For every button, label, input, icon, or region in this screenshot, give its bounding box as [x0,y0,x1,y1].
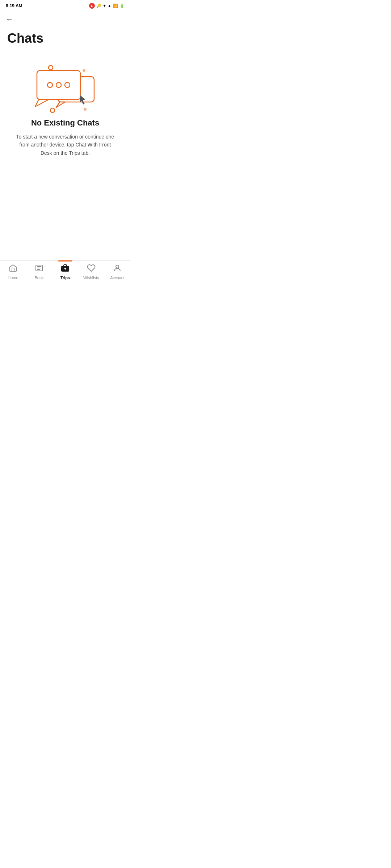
wifi-icon: 📶 [113,4,118,8]
empty-state-title: No Existing Chats [31,118,99,128]
svg-rect-9 [37,71,80,99]
svg-point-0 [49,65,53,70]
wishlists-label: Wishlists [83,276,99,280]
trips-icon [61,264,70,275]
back-button[interactable]: ← [6,14,16,25]
signal-icon: ▲ [108,4,112,8]
page-title: Chats [7,31,123,46]
home-label: Home [8,276,18,280]
status-icons: ▶ 🔑 ✦ ▲ 📶 🔋 [89,3,125,9]
svg-point-21 [116,265,119,268]
book-icon [35,264,43,275]
empty-state-description: To start a new conversation or continue … [11,133,119,157]
bluetooth-icon: ✦ [103,4,106,8]
wishlists-icon [87,264,96,275]
nav-item-book[interactable]: Book [26,264,52,281]
empty-state: No Existing Chats To start a new convers… [0,53,130,164]
header: ← [0,10,130,28]
home-icon [9,264,17,275]
key-icon: 🔑 [96,4,101,8]
status-bar: 8:19 AM ▶ 🔑 ✦ ▲ 📶 🔋 [0,0,130,10]
svg-point-4 [50,108,55,112]
nav-item-account[interactable]: Account [104,264,130,281]
svg-point-1 [83,69,85,72]
bottom-nav: Home Book Trips [0,260,130,289]
account-icon [113,264,122,275]
trips-label: Trips [60,276,70,280]
recording-icon: ▶ [89,3,95,9]
chat-illustration [29,60,101,118]
nav-item-wishlists[interactable]: Wishlists [78,264,104,281]
battery-icon: 🔋 [119,4,125,8]
status-time: 8:19 AM [6,3,22,8]
account-label: Account [110,276,125,280]
nav-item-home[interactable]: Home [0,264,26,281]
nav-item-trips[interactable]: Trips [52,264,78,281]
svg-point-5 [84,108,87,111]
book-label: Book [34,276,43,280]
page-title-section: Chats [0,28,130,53]
